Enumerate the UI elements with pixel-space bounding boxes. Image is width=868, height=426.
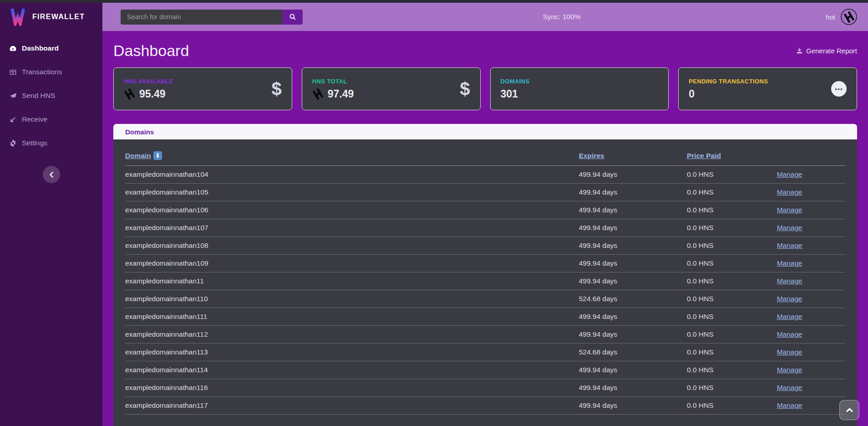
cell-expires: 499.94 days [579, 237, 687, 255]
chevron-left-icon [49, 171, 54, 178]
cell-domain: exampledomainnathan11 [125, 272, 579, 290]
column-header-price-paid[interactable]: Price Paid [687, 139, 777, 166]
search-input[interactable] [121, 10, 282, 25]
stat-card: HNS TOTAL 97.49 $ [302, 67, 481, 110]
table-row: exampledomainnathan110 524.68 days 0.0 H… [125, 290, 845, 308]
ellipsis-icon[interactable]: ●●● [831, 81, 847, 97]
cell-expires: 499.94 days [579, 308, 687, 326]
cell-domain: exampledomainnathan110 [125, 290, 579, 308]
manage-link[interactable]: Manage [777, 224, 802, 231]
stat-cards: HNS AVAILABLE 95.49 $ HNS TOTAL 97.49 $ … [113, 67, 857, 110]
stat-card-value: 97.49 [312, 88, 354, 100]
stat-card-label: DOMAINS [501, 78, 530, 85]
sidebar-nav: Dashboard Transactions Send HNS Receive … [0, 31, 102, 155]
domains-panel-title: Domains [125, 128, 154, 136]
domains-panel-header: Domains [113, 124, 857, 139]
table-row: exampledomainnathan104 499.94 days 0.0 H… [125, 166, 845, 184]
table-row: exampledomainnathan106 499.94 days 0.0 H… [125, 201, 845, 219]
cell-price-paid: 0.0 HNS [687, 326, 777, 344]
column-header-domain[interactable]: Domain⬇ [125, 139, 579, 166]
table-header-row: Domain⬇ Expires Price Paid [125, 139, 845, 166]
cell-price-paid: 0.0 HNS [687, 184, 777, 201]
manage-link[interactable]: Manage [777, 188, 802, 196]
window-top-strip [0, 0, 868, 3]
cell-expires: 499.94 days [579, 379, 687, 397]
cell-expires: 499.94 days [579, 397, 687, 415]
app-root: FIREWALLET Dashboard Transactions Send H… [0, 0, 868, 426]
sidebar-item-label: Transactions [22, 68, 62, 76]
page-content: Dashboard Generate Report HNS AVAILABLE … [102, 31, 868, 426]
sidebar-item-label: Send HNS [22, 92, 55, 100]
stat-card: DOMAINS 301 [490, 67, 669, 110]
manage-link[interactable]: Manage [777, 366, 802, 374]
column-header-expires[interactable]: Expires [579, 139, 687, 166]
wallet-name: hot [826, 13, 835, 21]
search-button[interactable] [282, 10, 303, 25]
manage-link[interactable]: Manage [777, 348, 802, 356]
domains-table: Domain⬇ Expires Price Paid [125, 139, 845, 415]
table-row: exampledomainnathan112 499.94 days 0.0 H… [125, 326, 845, 344]
sidebar-item-receive[interactable]: Receive [0, 108, 102, 131]
cell-expires: 499.94 days [579, 184, 687, 201]
scroll-to-top-button[interactable] [839, 400, 859, 420]
manage-link[interactable]: Manage [777, 384, 802, 391]
cell-expires: 499.94 days [579, 166, 687, 184]
manage-link[interactable]: Manage [777, 330, 802, 338]
sidebar-collapse-button[interactable] [43, 166, 60, 183]
domain-search [121, 10, 303, 25]
brand[interactable]: FIREWALLET [0, 3, 102, 31]
table-row: exampledomainnathan109 499.94 days 0.0 H… [125, 255, 845, 272]
cell-price-paid: 0.0 HNS [687, 361, 777, 379]
stat-card-label: HNS TOTAL [312, 78, 354, 85]
manage-link[interactable]: Manage [777, 241, 802, 249]
cell-expires: 499.94 days [579, 255, 687, 272]
table-row: exampledomainnathan117 499.94 days 0.0 H… [125, 397, 845, 415]
sidebar-item-dashboard[interactable]: Dashboard [0, 36, 102, 60]
gear-icon [9, 139, 17, 147]
domains-table-wrapper: Domain⬇ Expires Price Paid [113, 139, 857, 426]
cell-domain: exampledomainnathan117 [125, 397, 579, 415]
cell-price-paid: 0.0 HNS [687, 237, 777, 255]
sidebar-item-label: Settings [22, 139, 47, 147]
download-icon [796, 47, 803, 54]
sidebar-item-settings[interactable]: Settings [0, 131, 102, 155]
wallet-menu[interactable]: hot [826, 9, 857, 25]
cell-price-paid: 0.0 HNS [687, 308, 777, 326]
hns-logo-icon [841, 9, 857, 25]
cell-domain: exampledomainnathan106 [125, 201, 579, 219]
manage-link[interactable]: Manage [777, 313, 802, 320]
table-row: exampledomainnathan116 499.94 days 0.0 H… [125, 379, 845, 397]
manage-link[interactable]: Manage [777, 259, 802, 267]
cell-expires: 499.94 days [579, 201, 687, 219]
manage-link[interactable]: Manage [777, 401, 802, 409]
stat-card-value: 0 [689, 88, 768, 100]
manage-link[interactable]: Manage [777, 206, 802, 214]
cell-domain: exampledomainnathan104 [125, 166, 579, 184]
domains-panel: Domains Domain⬇ Expires [113, 124, 857, 426]
stat-card-label: HNS AVAILABLE [124, 78, 173, 85]
search-icon [289, 13, 296, 21]
cell-domain: exampledomainnathan107 [125, 219, 579, 237]
cell-expires: 499.94 days [579, 361, 687, 379]
sidebar-item-send-hns[interactable]: Send HNS [0, 84, 102, 108]
dollar-icon: $ [272, 79, 282, 99]
cell-domain: exampledomainnathan111 [125, 308, 579, 326]
hns-logo-icon [312, 88, 324, 100]
generate-report-label: Generate Report [806, 47, 857, 55]
manage-link[interactable]: Manage [777, 277, 802, 285]
stat-card-value: 301 [501, 88, 530, 100]
manage-link[interactable]: Manage [777, 170, 802, 178]
sidebar-item-transactions[interactable]: Transactions [0, 60, 102, 84]
cell-price-paid: 0.0 HNS [687, 255, 777, 272]
stat-card: HNS AVAILABLE 95.49 $ [113, 67, 292, 110]
generate-report-button[interactable]: Generate Report [796, 47, 857, 55]
cell-expires: 499.94 days [579, 219, 687, 237]
cell-price-paid: 0.0 HNS [687, 344, 777, 361]
sidebar: FIREWALLET Dashboard Transactions Send H… [0, 3, 102, 426]
hns-logo-icon [124, 88, 135, 100]
manage-link[interactable]: Manage [777, 295, 802, 303]
column-header-actions [777, 139, 845, 166]
stat-card-label: PENDING TRANSACTIONS [689, 78, 768, 85]
table-row: exampledomainnathan107 499.94 days 0.0 H… [125, 219, 845, 237]
main-column: Sync: 100% hot Dashboard Generate Report… [102, 3, 868, 426]
